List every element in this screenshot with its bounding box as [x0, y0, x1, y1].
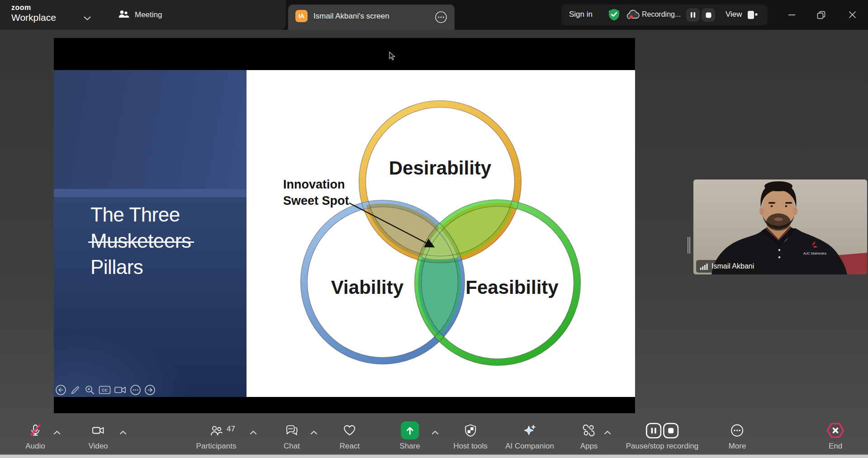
chat-icon	[285, 422, 299, 439]
security-shield-icon[interactable]	[608, 8, 620, 23]
video-button[interactable]: Video	[88, 422, 108, 451]
logo-workplace-text: Workplace	[11, 12, 56, 23]
venn-label-viability: Viability	[331, 277, 404, 298]
react-button[interactable]: React	[340, 422, 360, 451]
tab-meeting[interactable]: Meeting	[118, 6, 162, 24]
avatar: IA	[295, 10, 308, 22]
video-options-caret[interactable]	[119, 428, 127, 436]
next-slide-icon[interactable]	[144, 384, 156, 396]
minimize-button[interactable]	[788, 11, 796, 20]
chat-button[interactable]: Chat	[284, 422, 300, 451]
view-layout-icon[interactable]	[747, 10, 758, 21]
audio-button[interactable]: Audio	[25, 422, 45, 451]
logo-zoom-text: zoom	[11, 4, 56, 12]
zoom-workplace-logo: zoom Workplace	[11, 4, 56, 23]
close-button[interactable]	[849, 11, 856, 20]
stop-recording-button[interactable]	[702, 8, 715, 22]
pause-stop-recording-button[interactable]: Pause/stop recording	[626, 422, 699, 451]
venn-label-desirability: Desirability	[389, 157, 492, 179]
restore-button[interactable]	[817, 11, 825, 21]
view-button[interactable]: View	[726, 10, 742, 19]
shared-screen: The Three Musketeers Pillars	[54, 38, 635, 413]
heart-icon	[343, 422, 356, 439]
previous-slide-icon[interactable]	[55, 384, 66, 396]
ai-companion-icon	[523, 422, 536, 439]
more-button[interactable]: More	[729, 422, 746, 451]
mic-muted-icon	[28, 422, 42, 439]
audio-options-caret[interactable]	[53, 428, 61, 436]
svg-text:CC: CC	[102, 388, 108, 392]
pause-recording-button[interactable]	[686, 8, 700, 22]
recording-status: Recording...	[642, 10, 681, 19]
venn-label-feasibility: Feasibility	[465, 277, 559, 298]
slide-title-line1: The Three	[90, 202, 191, 228]
tab-shared-screen[interactable]: IA Ismail Akbani's screen	[288, 5, 455, 30]
thumbnail-drag-handle[interactable]	[689, 237, 690, 254]
end-button[interactable]: End	[826, 422, 845, 451]
apps-button[interactable]: Apps	[580, 422, 598, 451]
zoom-in-icon[interactable]	[84, 384, 95, 396]
participant-name-tag: Ismail Akbani	[696, 260, 759, 273]
ai-companion-button[interactable]: AI Companion	[505, 422, 554, 451]
slide-title-panel: The Three Musketeers Pillars	[54, 70, 247, 397]
presentation-slide: The Three Musketeers Pillars	[54, 70, 635, 397]
stop-recording-icon[interactable]	[663, 423, 679, 439]
host-tools-button[interactable]: Host tools	[453, 422, 488, 451]
thumbnail-drag-handle[interactable]	[688, 237, 688, 254]
participants-count: 47	[227, 425, 235, 434]
tab-strip-left-panel: zoom Workplace Meeting	[0, 0, 286, 30]
tab-meeting-label: Meeting	[135, 10, 162, 19]
share-button[interactable]: Share	[399, 422, 420, 451]
sign-in-button[interactable]: Sign in	[569, 10, 593, 19]
title-bar: zoom Workplace Meeting IA Ismail Akbani'…	[0, 0, 868, 30]
apps-icon	[582, 422, 596, 439]
closed-captions-icon[interactable]: CC	[99, 384, 111, 396]
chat-options-caret[interactable]	[310, 428, 318, 436]
cloud-recording-icon	[626, 9, 640, 22]
tab-title: Ismail Akbani's screen	[313, 12, 389, 21]
chevron-down-icon[interactable]	[84, 14, 91, 22]
annotate-pen-icon[interactable]	[70, 384, 81, 396]
participants-options-caret[interactable]	[250, 428, 257, 436]
meeting-content-area: The Three Musketeers Pillars	[0, 30, 868, 458]
camera-icon[interactable]	[114, 384, 127, 396]
zoom-workplace-window: zoom Workplace Meeting IA Ismail Akbani'…	[0, 0, 868, 458]
video-camera-icon	[92, 422, 105, 439]
mouse-cursor	[389, 52, 396, 63]
slide-title-line2: Musketeers	[90, 228, 191, 254]
share-options-caret[interactable]	[432, 428, 439, 436]
slide-title-line3: Pillars	[90, 254, 191, 280]
tab-options-icon[interactable]	[435, 11, 447, 25]
host-tools-shield-icon	[464, 422, 477, 439]
callout-line1: Innovation	[283, 178, 345, 191]
apps-options-caret[interactable]	[604, 428, 611, 436]
window-bottom-edge	[0, 454, 868, 458]
participant-video-tile[interactable]: AJC Mahindra Ismail Akbani	[693, 179, 867, 274]
participant-name: Ismail Akbani	[711, 262, 754, 270]
participants-icon	[210, 422, 223, 439]
slide-title: The Three Musketeers Pillars	[90, 202, 191, 280]
callout-line2: Sweet Spot	[283, 194, 349, 208]
people-icon	[118, 9, 129, 22]
signal-bars-icon	[700, 263, 708, 270]
share-screen-icon	[401, 421, 419, 439]
end-call-icon	[826, 422, 845, 439]
pause-recording-icon[interactable]	[646, 423, 662, 439]
venn-diagram: Desirability Viability Feasibility Innov…	[247, 70, 635, 397]
more-icon	[730, 422, 745, 439]
more-options-icon[interactable]	[130, 384, 141, 396]
shirt-brand-text: AJC Mahindra	[803, 251, 826, 255]
presentation-controls: CC	[55, 384, 156, 396]
venn-diagram-area: Desirability Viability Feasibility Innov…	[247, 70, 635, 397]
